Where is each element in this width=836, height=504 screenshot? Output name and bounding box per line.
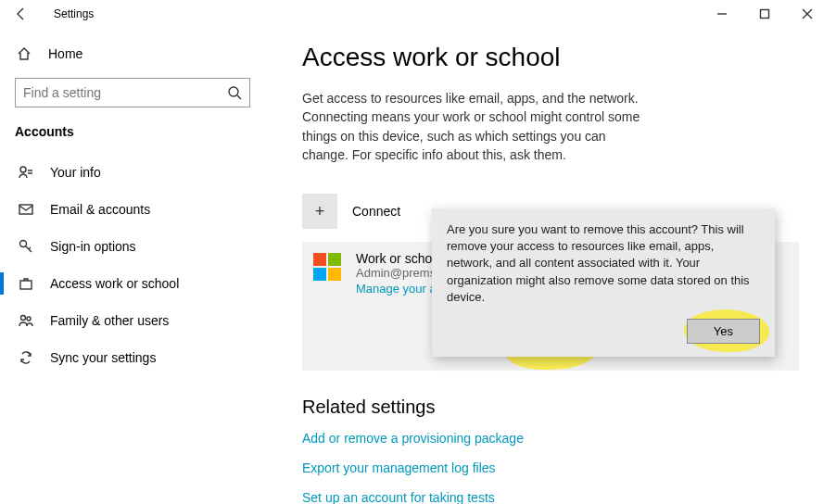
titlebar: Settings bbox=[0, 0, 836, 28]
category-heading: Accounts bbox=[15, 124, 250, 139]
sync-icon bbox=[19, 350, 33, 365]
related-settings: Related settings Add or remove a provisi… bbox=[302, 397, 799, 504]
dialog-text: Are you sure you want to remove this acc… bbox=[447, 221, 760, 306]
search-box[interactable] bbox=[15, 78, 250, 107]
sidebar: Home Accounts Your info Email & accounts… bbox=[0, 28, 265, 504]
close-button[interactable] bbox=[786, 0, 829, 28]
svg-rect-0 bbox=[761, 10, 769, 19]
nav-label: Your info bbox=[50, 165, 101, 180]
related-link-provisioning[interactable]: Add or remove a provisioning package bbox=[302, 431, 799, 446]
window-title: Settings bbox=[54, 7, 94, 20]
svg-rect-5 bbox=[20, 281, 32, 289]
nav-label: Sync your settings bbox=[50, 350, 156, 365]
page-description: Get access to resources like email, apps… bbox=[302, 89, 654, 164]
related-link-taking-tests[interactable]: Set up an account for taking tests bbox=[302, 490, 799, 504]
page-title: Access work or school bbox=[302, 43, 799, 72]
person-icon bbox=[19, 165, 33, 180]
plus-icon: + bbox=[302, 194, 337, 229]
svg-point-7 bbox=[27, 317, 31, 321]
related-heading: Related settings bbox=[302, 397, 799, 418]
nav-sync-settings[interactable]: Sync your settings bbox=[15, 339, 250, 376]
briefcase-icon bbox=[19, 276, 33, 291]
home-icon bbox=[17, 46, 32, 61]
confirm-dialog: Are you sure you want to remove this acc… bbox=[432, 208, 775, 357]
key-icon bbox=[19, 239, 33, 254]
search-input[interactable] bbox=[23, 85, 227, 100]
nav-email-accounts[interactable]: Email & accounts bbox=[15, 191, 250, 228]
home-label: Home bbox=[48, 46, 82, 61]
maximize-button[interactable] bbox=[743, 0, 786, 28]
connect-label: Connect bbox=[352, 204, 400, 219]
maximize-icon bbox=[759, 8, 770, 19]
mail-icon bbox=[19, 202, 33, 217]
nav-access-work-school[interactable]: Access work or school bbox=[15, 265, 250, 302]
people-icon bbox=[19, 313, 33, 328]
microsoft-logo-icon bbox=[313, 253, 341, 281]
nav-label: Family & other users bbox=[50, 313, 169, 328]
minimize-button[interactable] bbox=[701, 0, 743, 28]
nav-label: Email & accounts bbox=[50, 202, 150, 217]
related-link-export-logs[interactable]: Export your management log files bbox=[302, 460, 799, 475]
search-icon bbox=[227, 85, 242, 100]
svg-point-4 bbox=[20, 241, 27, 247]
nav-your-info[interactable]: Your info bbox=[15, 154, 250, 191]
nav-label: Access work or school bbox=[50, 276, 179, 291]
minimize-icon bbox=[716, 8, 728, 19]
arrow-left-icon bbox=[14, 6, 29, 21]
svg-point-1 bbox=[229, 87, 238, 96]
close-icon bbox=[802, 8, 813, 19]
svg-rect-3 bbox=[19, 205, 32, 214]
nav-label: Sign-in options bbox=[50, 239, 136, 254]
yes-button[interactable]: Yes bbox=[687, 319, 760, 344]
back-button[interactable] bbox=[7, 6, 35, 21]
nav-family-users[interactable]: Family & other users bbox=[15, 302, 250, 339]
svg-point-2 bbox=[20, 167, 26, 172]
svg-point-6 bbox=[21, 316, 26, 321]
home-nav[interactable]: Home bbox=[15, 35, 250, 72]
nav-signin-options[interactable]: Sign-in options bbox=[15, 228, 250, 265]
